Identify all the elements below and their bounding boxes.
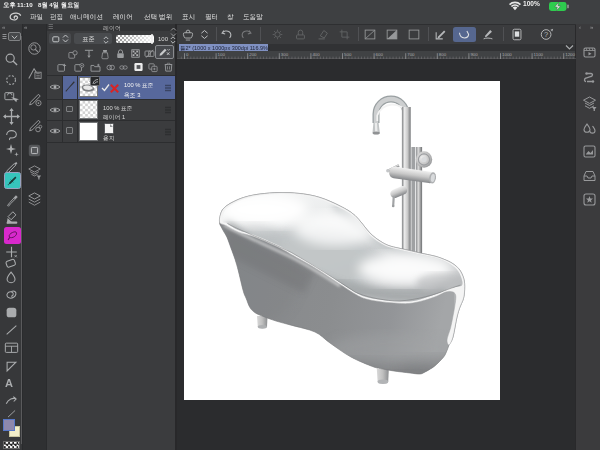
svg-text:0: 0 [186,52,189,57]
svg-text:300: 300 [281,52,289,57]
svg-text:800: 800 [439,52,447,57]
svg-text:1200: 1200 [565,52,575,57]
svg-text:1000: 1000 [502,52,512,57]
svg-text:500: 500 [344,52,352,57]
svg-text:200: 200 [249,52,257,57]
svg-text:100: 100 [218,52,226,57]
svg-text:1100: 1100 [534,52,544,57]
svg-text:700: 700 [407,52,415,57]
svg-text:400: 400 [312,52,320,57]
svg-text:900: 900 [470,52,478,57]
svg-text:?: ? [544,30,548,39]
svg-text:600: 600 [376,52,384,57]
